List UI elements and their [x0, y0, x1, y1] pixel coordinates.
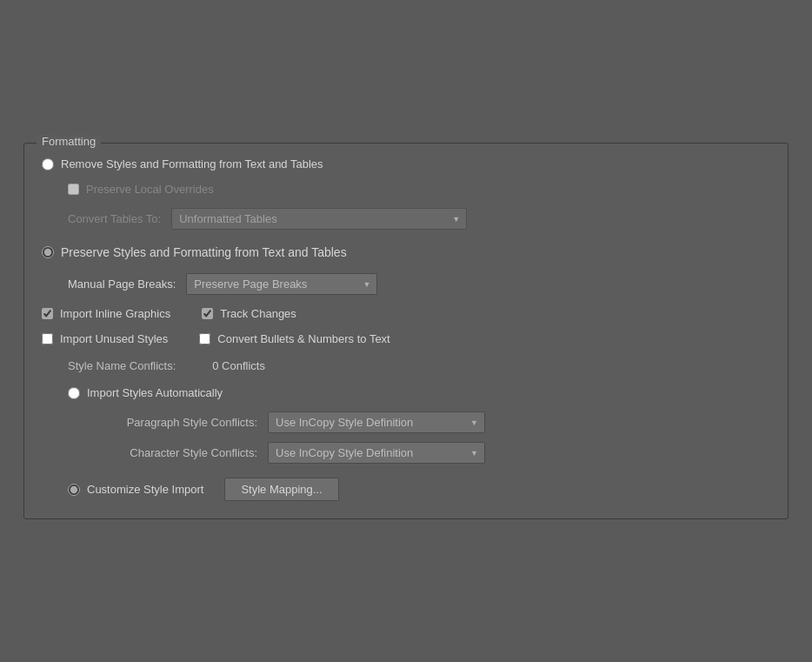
preserve-local-row: Preserve Local Overrides [68, 183, 770, 196]
preserve-styles-label: Preserve Styles and Formatting from Text… [61, 245, 347, 259]
convert-tables-row: Convert Tables To: Unformatted Tables [68, 208, 770, 230]
remove-styles-radio-label[interactable]: Remove Styles and Formatting from Text a… [42, 157, 323, 171]
style-name-conflicts-label: Style Name Conflicts: [68, 359, 176, 372]
track-changes-label[interactable]: Track Changes [202, 307, 296, 320]
import-inline-graphics-text: Import Inline Graphics [60, 307, 170, 320]
style-mapping-button[interactable]: Style Mapping... [224, 478, 338, 501]
customize-style-radio[interactable] [68, 484, 80, 496]
convert-tables-dropdown[interactable]: Unformatted Tables [171, 208, 467, 230]
import-styles-auto-radio-label[interactable]: Import Styles Automatically [68, 386, 223, 399]
checkboxes-row-1: Import Inline Graphics Track Changes [42, 307, 770, 320]
import-inline-graphics-label[interactable]: Import Inline Graphics [42, 307, 170, 320]
character-style-dropdown-wrapper: Use InCopy Style Definition [268, 442, 485, 464]
track-changes-text: Track Changes [220, 307, 296, 320]
paragraph-style-dropdown[interactable]: Use InCopy Style Definition [268, 411, 485, 433]
import-styles-auto-radio[interactable] [68, 387, 80, 399]
remove-styles-label: Remove Styles and Formatting from Text a… [61, 157, 323, 171]
customize-style-radio-label[interactable]: Customize Style Import [68, 483, 203, 496]
preserve-styles-radio-label[interactable]: Preserve Styles and Formatting from Text… [42, 245, 347, 259]
checkboxes-row-2: Import Unused Styles Convert Bullets & N… [42, 332, 770, 345]
preserve-local-checkbox[interactable] [68, 184, 79, 195]
customize-style-row: Customize Style Import Style Mapping... [68, 478, 770, 501]
preserve-styles-row: Preserve Styles and Formatting from Text… [42, 245, 770, 259]
import-inline-graphics-checkbox[interactable] [42, 308, 53, 319]
character-style-label: Character Style Conflicts: [83, 446, 257, 459]
convert-tables-label: Convert Tables To: [68, 212, 161, 225]
import-styles-auto-row: Import Styles Automatically [68, 386, 770, 399]
panel-title: Formatting [37, 135, 101, 148]
manual-page-breaks-dropdown-wrapper: Preserve Page Breaks [186, 273, 377, 295]
style-name-conflicts-value: 0 Conflicts [212, 359, 265, 372]
track-changes-checkbox[interactable] [202, 308, 213, 319]
import-styles-auto-text: Import Styles Automatically [87, 386, 223, 399]
remove-styles-row: Remove Styles and Formatting from Text a… [42, 157, 770, 171]
import-unused-styles-text: Import Unused Styles [60, 332, 168, 345]
manual-page-breaks-dropdown[interactable]: Preserve Page Breaks [186, 273, 377, 295]
preserve-local-label[interactable]: Preserve Local Overrides [68, 183, 214, 196]
style-name-conflicts-row: Style Name Conflicts: 0 Conflicts [68, 359, 770, 372]
remove-styles-radio[interactable] [42, 158, 54, 171]
customize-style-text: Customize Style Import [87, 483, 203, 496]
manual-page-breaks-label: Manual Page Breaks: [68, 278, 176, 291]
import-unused-styles-label[interactable]: Import Unused Styles [42, 332, 168, 345]
formatting-panel: Formatting Remove Styles and Formatting … [23, 143, 789, 519]
preserve-local-text: Preserve Local Overrides [86, 183, 214, 196]
import-unused-styles-checkbox[interactable] [42, 333, 53, 344]
preserve-styles-radio[interactable] [42, 246, 54, 258]
character-style-dropdown[interactable]: Use InCopy Style Definition [268, 442, 485, 464]
paragraph-style-label: Paragraph Style Conflicts: [83, 416, 257, 429]
convert-bullets-label[interactable]: Convert Bullets & Numbers to Text [199, 332, 389, 345]
manual-page-breaks-row: Manual Page Breaks: Preserve Page Breaks [68, 273, 770, 295]
character-style-row: Character Style Conflicts: Use InCopy St… [83, 442, 770, 464]
paragraph-style-row: Paragraph Style Conflicts: Use InCopy St… [83, 411, 770, 433]
convert-bullets-text: Convert Bullets & Numbers to Text [217, 332, 389, 345]
convert-bullets-checkbox[interactable] [199, 333, 210, 344]
convert-tables-dropdown-wrapper: Unformatted Tables [171, 208, 467, 230]
paragraph-style-dropdown-wrapper: Use InCopy Style Definition [268, 411, 485, 433]
